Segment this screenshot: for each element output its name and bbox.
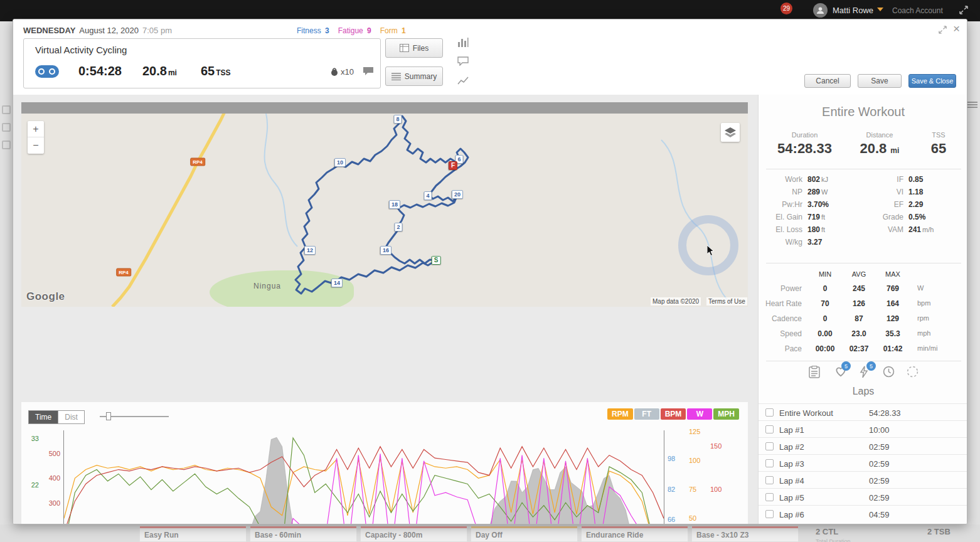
lap-checkbox[interactable] <box>765 442 774 450</box>
workout-distance: 20.8mi <box>142 64 177 78</box>
start-marker: S <box>432 256 441 265</box>
workout-duration: 0:54:28 <box>78 64 122 78</box>
workout-summary-card[interactable]: Virtual Activity Cycling 0:54:28 20.8mi … <box>23 38 381 88</box>
map-layers-button[interactable] <box>721 123 740 142</box>
table-row: Power0245769W <box>759 284 967 299</box>
metric-row: W/kg3.27 <box>759 238 829 250</box>
slider-handle[interactable] <box>106 412 111 420</box>
route-map[interactable]: 2468101214161820RP4RP4SF Ningua + − Goog… <box>21 102 748 307</box>
bar-chart-icon[interactable] <box>457 37 470 48</box>
line-chart-icon[interactable] <box>457 76 470 87</box>
save-button[interactable]: Save <box>858 74 902 88</box>
comment-icon[interactable] <box>363 66 374 78</box>
speech-bubble-icon[interactable] <box>457 56 470 68</box>
clock-icon[interactable] <box>883 366 895 380</box>
y-axis: 1251007550250 <box>689 430 709 524</box>
stat-tss: TSS65 <box>915 131 962 157</box>
mile-marker-16: 16 <box>380 246 391 255</box>
legend-rpm[interactable]: RPM <box>607 408 633 420</box>
heart-icon[interactable]: 5 <box>834 366 847 380</box>
series-elevation <box>64 437 664 524</box>
y-axis: 150100500 <box>710 430 730 524</box>
metric-row: EF2.29 <box>861 200 934 213</box>
expand-icon[interactable] <box>938 25 947 37</box>
lap-row[interactable]: Lap #110:00 <box>759 420 967 437</box>
lap-time: 02:59 <box>869 493 890 502</box>
lap-checkbox[interactable] <box>765 493 774 501</box>
lap-row[interactable]: Lap #502:59 <box>759 488 967 505</box>
summary-button[interactable]: Summary <box>385 66 443 86</box>
dashed-circle-icon[interactable] <box>907 366 919 380</box>
lap-time: 54:28.33 <box>869 408 901 418</box>
top-navigation-bar: 29 Matti Rowe Coach Account <box>0 0 980 21</box>
lap-checkbox[interactable] <box>765 459 774 467</box>
summary-icon <box>391 73 401 80</box>
lightning-icon[interactable]: 5 <box>860 366 868 381</box>
metric-row: Work802kJ <box>759 175 829 188</box>
workout-title: Virtual Activity Cycling <box>35 45 127 55</box>
legend-ft[interactable]: FT <box>634 408 659 420</box>
clipboard-icon[interactable] <box>809 366 820 381</box>
workout-detail-modal: WEDNESDAYAugust 12, 20207:05 pm Fitness … <box>13 19 967 524</box>
toggle-dist[interactable]: Dist <box>58 410 85 424</box>
y-axis: 3322110 <box>21 430 39 524</box>
chart-plot-area[interactable] <box>63 430 664 524</box>
mile-marker-8: 8 <box>393 115 402 124</box>
lap-row[interactable]: Lap #202:59 <box>759 437 967 454</box>
mile-marker-4: 4 <box>423 191 432 200</box>
toggle-time[interactable]: Time <box>28 410 58 424</box>
close-icon[interactable]: × <box>953 22 960 36</box>
count-badge: 5 <box>866 361 876 371</box>
lap-checkbox[interactable] <box>765 510 774 518</box>
cancel-button[interactable]: Cancel <box>804 74 851 88</box>
lap-row[interactable]: Lap #604:59 <box>759 505 967 522</box>
lap-tools-row: 55 <box>759 366 967 385</box>
avatar[interactable] <box>813 3 828 18</box>
map-terms-link[interactable]: Terms of Use <box>706 297 747 306</box>
legend-mph[interactable]: MPH <box>713 408 739 420</box>
workout-stats-sidebar: Entire Workout Duration54:28.33Distance2… <box>758 95 967 524</box>
fullscreen-icon[interactable] <box>959 5 969 18</box>
lap-row[interactable]: Lap #302:59 <box>759 454 967 471</box>
save-and-close-button[interactable]: Save & Close <box>908 74 956 88</box>
metric-row: El. Gain719ft <box>759 213 829 225</box>
zoom-out-button[interactable]: − <box>28 137 44 154</box>
notification-badge[interactable]: 29 <box>780 3 792 14</box>
google-logo[interactable]: Google <box>26 290 65 303</box>
mouse-cursor <box>707 245 715 259</box>
metric-fitness: Fitness 3 <box>297 26 329 35</box>
table-row: Speed0.0023.035.3mph <box>759 329 967 344</box>
lap-name: Lap #4 <box>779 476 804 486</box>
mile-marker-20: 20 <box>452 190 463 199</box>
legend-w[interactable]: W <box>687 408 712 420</box>
fitness-metrics: Fitness 3Fatigue 9Form 1 <box>297 26 406 35</box>
lap-row[interactable]: Lap #402:59 <box>759 471 967 488</box>
map-attribution: Map data ©2020 <box>651 297 701 306</box>
headline-stats: Duration54:28.33Distance20.8 miTSS65 <box>765 131 962 157</box>
y-axis: 500400300200100 <box>40 430 60 524</box>
lap-row[interactable]: Entire Workout54:28.33 <box>759 403 967 420</box>
min-avg-max-table: MINAVGMAXPower0245769WHeart Rate70126164… <box>759 270 967 359</box>
mile-marker-18: 18 <box>389 200 400 209</box>
table-row: Heart Rate70126164bpm <box>759 299 967 314</box>
lap-checkbox[interactable] <box>765 476 774 484</box>
files-button[interactable]: Files <box>385 38 443 58</box>
files-icon <box>400 44 409 52</box>
lap-time: 04:59 <box>869 510 890 519</box>
zoom-in-button[interactable]: + <box>28 121 44 137</box>
y-axis: 98826649 <box>668 430 688 524</box>
strength-count: x10 <box>330 66 354 77</box>
route-polyline <box>296 116 468 294</box>
lap-checkbox[interactable] <box>765 425 774 433</box>
legend-bpm[interactable]: BPM <box>661 408 686 420</box>
laps-list: Entire Workout54:28.33Lap #110:00Lap #20… <box>759 403 967 522</box>
road-badge-1: RP4 <box>116 268 131 277</box>
person-icon <box>816 6 824 14</box>
map-edge-band <box>21 102 748 114</box>
coach-account-link[interactable]: Coach Account <box>892 6 943 15</box>
mile-marker-12: 12 <box>304 246 316 255</box>
kettlebell-icon <box>330 66 339 77</box>
cycling-icon <box>35 65 59 78</box>
user-menu[interactable]: Matti Rowe <box>833 6 873 15</box>
lap-checkbox[interactable] <box>765 408 774 417</box>
